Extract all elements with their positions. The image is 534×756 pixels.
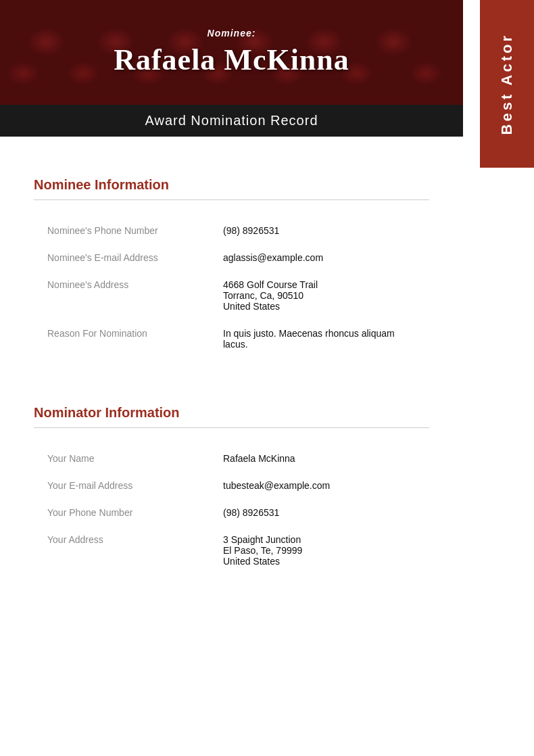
nominee-section-title: Nominee Information: [34, 177, 429, 193]
nominee-divider: [34, 199, 429, 200]
nominee-section: Nominee Information Nominee's Phone Numb…: [34, 177, 429, 358]
nominator-info-table: Your NameRafaela McKinnaYour E-mail Addr…: [34, 445, 429, 575]
table-row: Nominee's E-mail Addressaglassis@example…: [34, 244, 429, 271]
field-value: (98) 8926531: [210, 217, 429, 244]
main-content: Nominee Information Nominee's Phone Numb…: [0, 137, 463, 609]
field-value: aglassis@example.com: [210, 244, 429, 271]
section-gap-1: [34, 371, 429, 405]
nominee-name: Rafaela McKinna: [114, 43, 349, 77]
header-title-bar: Award Nomination Record: [0, 105, 463, 137]
table-row: Your NameRafaela McKinna: [34, 445, 429, 472]
field-label: Nominee's E-mail Address: [34, 244, 210, 271]
table-row: Reason For NominationIn quis justo. Maec…: [34, 320, 429, 358]
field-value: Rafaela McKinna: [210, 445, 429, 472]
header-content: Nominee: Rafaela McKinna: [0, 0, 463, 105]
field-label: Your Phone Number: [34, 499, 210, 526]
field-value: 3 Spaight JunctionEl Paso, Te, 79999Unit…: [210, 526, 429, 575]
nominator-divider: [34, 427, 429, 428]
field-label: Nominee's Address: [34, 271, 210, 320]
table-row: Nominee's Phone Number(98) 8926531: [34, 217, 429, 244]
side-tab-text: Best Actor: [500, 33, 514, 135]
table-row: Your E-mail Addresstubesteak@example.com: [34, 472, 429, 499]
header-background: Nominee: Rafaela McKinna: [0, 0, 463, 105]
side-tab: Best Actor: [480, 0, 534, 168]
field-label: Nominee's Phone Number: [34, 217, 210, 244]
field-label: Reason For Nomination: [34, 320, 210, 358]
table-row: Nominee's Address4668 Golf Course TrailT…: [34, 271, 429, 320]
nominee-label: Nominee:: [208, 28, 256, 39]
nominator-section: Nominator Information Your NameRafaela M…: [34, 405, 429, 575]
field-label: Your Address: [34, 526, 210, 575]
field-value: (98) 8926531: [210, 499, 429, 526]
nominator-section-title: Nominator Information: [34, 405, 429, 421]
field-value: tubesteak@example.com: [210, 472, 429, 499]
field-label: Your Name: [34, 445, 210, 472]
table-row: Your Phone Number(98) 8926531: [34, 499, 429, 526]
field-label: Your E-mail Address: [34, 472, 210, 499]
field-value: In quis justo. Maecenas rhoncus aliquam …: [210, 320, 429, 358]
nominee-info-table: Nominee's Phone Number(98) 8926531Nomine…: [34, 217, 429, 358]
page-title: Award Nomination Record: [145, 113, 318, 128]
table-row: Your Address3 Spaight JunctionEl Paso, T…: [34, 526, 429, 575]
header: Nominee: Rafaela McKinna Award Nominatio…: [0, 0, 463, 137]
field-value: 4668 Golf Course TrailTorranc, Ca, 90510…: [210, 271, 429, 320]
